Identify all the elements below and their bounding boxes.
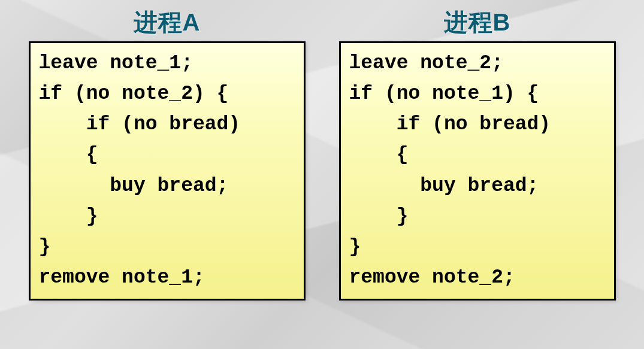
process-a-code-box: leave note_1; if (no note_2) { if (no br… xyxy=(29,41,306,301)
process-b-code: leave note_2; if (no note_1) { if (no br… xyxy=(349,48,606,293)
process-b-code-box: leave note_2; if (no note_1) { if (no br… xyxy=(339,41,616,301)
process-a-code: leave note_1; if (no note_2) { if (no br… xyxy=(39,48,295,293)
process-a-title: 进程A xyxy=(134,6,201,39)
process-a-column: 进程A leave note_1; if (no note_2) { if (n… xyxy=(29,6,306,337)
process-b-column: 进程B leave note_2; if (no note_1) { if (n… xyxy=(339,6,616,337)
process-b-title: 进程B xyxy=(444,6,511,39)
slide-container: 进程A leave note_1; if (no note_2) { if (n… xyxy=(0,0,644,349)
